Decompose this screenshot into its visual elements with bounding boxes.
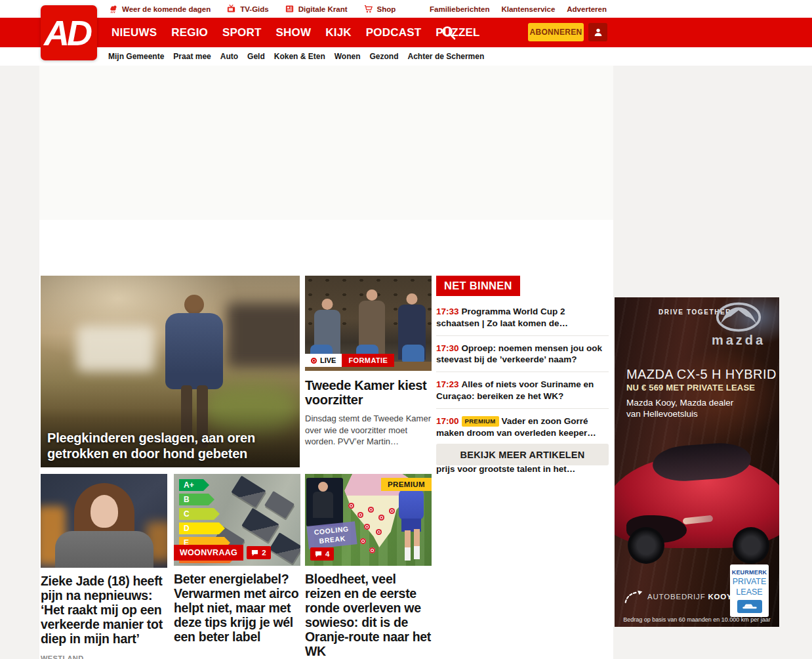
search-icon bbox=[441, 25, 457, 41]
figure-head bbox=[407, 293, 418, 305]
article-title: Zieke Jade (18) heeft pijn na nepnieuws:… bbox=[41, 574, 167, 646]
live-badge: LIVE bbox=[305, 354, 342, 367]
lease-label: LEASE bbox=[730, 588, 769, 597]
car-wheel bbox=[733, 527, 769, 564]
comment-count-badge: 2 bbox=[247, 546, 270, 559]
comment-icon bbox=[315, 551, 322, 558]
comment-icon bbox=[251, 549, 258, 557]
road-icon bbox=[624, 589, 643, 605]
more-articles-button[interactable]: BEKIJK MEER ARTIKELEN bbox=[436, 444, 609, 465]
map-marker bbox=[348, 503, 354, 509]
subnav-gezond[interactable]: Gezond bbox=[370, 52, 399, 61]
subnav-achter-de-schermen[interactable]: Achter de Schermen bbox=[408, 52, 485, 61]
map-marker bbox=[364, 524, 370, 530]
figure-head bbox=[367, 289, 378, 301]
profile-button[interactable] bbox=[588, 23, 607, 41]
subnav-geld[interactable]: Geld bbox=[247, 52, 265, 61]
item-time: 17:23 bbox=[436, 379, 459, 389]
digitale-krant-link[interactable]: Digitale Krant bbox=[285, 4, 348, 14]
net-binnen-item[interactable]: 17:00PREMIUMVader en zoon Gorré maken dr… bbox=[436, 409, 609, 446]
comment-count-badge: 4 bbox=[310, 547, 334, 561]
ad-logo[interactable]: AD bbox=[41, 5, 97, 60]
map-marker bbox=[357, 512, 363, 518]
wk-badge-row: 4 bbox=[310, 547, 334, 561]
empty-ad-slot bbox=[39, 66, 613, 220]
keurmerk-private-lease-badge: KEURMERK PRIVATE LEASE bbox=[730, 564, 769, 617]
jade-image bbox=[41, 474, 167, 568]
familieberichten-link[interactable]: Familieberichten bbox=[430, 5, 489, 13]
tv-gids-link-label: TV-Gids bbox=[240, 5, 268, 13]
car-icon bbox=[741, 603, 758, 610]
subscribe-button[interactable]: ABONNEREN bbox=[528, 23, 584, 41]
weather-link[interactable]: Weer de komende dagen bbox=[108, 4, 211, 14]
autobedrijf-kooy-logo: AUTOBEDRIJF KOOY bbox=[624, 589, 733, 605]
live-article-image: LIVE FORMATIE bbox=[305, 276, 432, 371]
shop-link[interactable]: Shop bbox=[363, 4, 396, 14]
formatie-badge: FORMATIE bbox=[342, 354, 394, 367]
dealer-line: Mazda Kooy, Mazda dealer bbox=[626, 398, 733, 409]
jade-sweater bbox=[55, 531, 153, 568]
subnav-koken-eten[interactable]: Koken & Eten bbox=[274, 52, 325, 61]
energielabel-badge-row: WOONVRAAG 2 bbox=[174, 545, 271, 561]
hero-title: Pleegkinderen geslagen, aan oren getrokk… bbox=[41, 408, 300, 467]
woonvraag-badge: WOONVRAAG bbox=[174, 545, 243, 561]
ad-model-name: MAZDA CX-5 H HYBRID bbox=[626, 367, 777, 382]
nav-item-sport[interactable]: SPORT bbox=[222, 26, 262, 39]
tv-gids-link[interactable]: TV-Gids bbox=[226, 4, 268, 14]
nav-item-show[interactable]: SHOW bbox=[276, 26, 312, 39]
ad-homepage: Weer de komende dagen TV-Gids Digitale K… bbox=[0, 0, 812, 659]
nav-item-regio[interactable]: REGIO bbox=[171, 26, 208, 39]
item-time: 17:33 bbox=[436, 307, 459, 316]
net-binnen-item[interactable]: 17:23Alles of niets voor Suriname en Cur… bbox=[436, 372, 609, 409]
mazda-advertisement[interactable]: DRIVE TOGETHER mazda MAZDA CX-5 H HYBRID… bbox=[615, 297, 779, 627]
tv-icon bbox=[226, 4, 236, 14]
energy-label-c: C bbox=[179, 508, 220, 520]
article-energielabel[interactable]: A+ B C D E F WOONVRAAG 2 Beter energiela… bbox=[174, 474, 300, 644]
subnav-auto[interactable]: Auto bbox=[220, 52, 238, 61]
hero-article[interactable]: Pleegkinderen geslagen, aan oren getrokk… bbox=[41, 276, 300, 467]
meta-links: Familieberichten Klantenservice Adverter… bbox=[430, 0, 607, 18]
map-marker bbox=[389, 508, 395, 514]
profile-icon bbox=[593, 27, 603, 37]
premium-badge: PREMIUM bbox=[381, 478, 432, 491]
sub-navbar: Mijn Gemeente Praat mee Auto Geld Koken … bbox=[0, 47, 812, 66]
hero-photo-barn bbox=[227, 303, 300, 368]
boy-hoodie bbox=[165, 313, 223, 389]
subnav-wonen[interactable]: Wonen bbox=[335, 52, 361, 61]
net-binnen-item[interactable]: 17:33Programma World Cup 2 schaatsen | Z… bbox=[436, 299, 609, 336]
nav-item-podcast[interactable]: PODCAST bbox=[366, 26, 422, 39]
search-button[interactable] bbox=[441, 25, 457, 41]
subnav-mijn-gemeente[interactable]: Mijn Gemeente bbox=[108, 52, 164, 61]
weather-icon bbox=[108, 4, 118, 14]
map-marker bbox=[368, 507, 374, 513]
newspaper-icon bbox=[285, 4, 294, 14]
energy-label-b: B bbox=[179, 494, 214, 505]
article-wk-route[interactable]: COOLING BREAK PREMIUM 4 Bloedheet, veel … bbox=[305, 474, 432, 658]
red-car-image bbox=[615, 434, 779, 565]
energy-label-a: A+ bbox=[179, 479, 209, 491]
top-utility-bar: Weer de komende dagen TV-Gids Digitale K… bbox=[0, 0, 812, 18]
adverteren-link[interactable]: Adverteren bbox=[567, 5, 607, 13]
nav-item-nieuws[interactable]: NIEUWS bbox=[112, 26, 157, 39]
live-article[interactable]: LIVE FORMATIE Tweede Kamer kiest voorzit… bbox=[305, 276, 432, 448]
kooy-logo-normal: AUTOBEDRIJF bbox=[647, 593, 705, 601]
map-marker bbox=[360, 538, 366, 544]
boy-head bbox=[184, 295, 204, 314]
mazda-logo: mazda bbox=[710, 301, 767, 348]
nav-item-kijk[interactable]: KIJK bbox=[325, 26, 352, 39]
item-title: Oproep: noemen mensen jou ook steevast b… bbox=[436, 343, 602, 365]
subnav-praat-mee[interactable]: Praat mee bbox=[173, 52, 211, 61]
live-article-excerpt: Dinsdag stemt de Tweede Kamer over wie d… bbox=[305, 413, 432, 448]
blue-chair bbox=[402, 345, 424, 362]
shop-link-label: Shop bbox=[377, 5, 396, 13]
premium-badge: PREMIUM bbox=[462, 416, 499, 427]
player-leg bbox=[405, 530, 411, 561]
klantenservice-link[interactable]: Klantenservice bbox=[501, 5, 555, 13]
hero-image: Pleegkinderen geslagen, aan oren getrokk… bbox=[41, 276, 300, 467]
net-binnen-item[interactable]: 17:30Oproep: noemen mensen jou ook steev… bbox=[436, 336, 609, 373]
map-marker bbox=[369, 547, 375, 553]
mazda-emblem-icon bbox=[714, 301, 763, 333]
live-dot-icon bbox=[311, 358, 317, 364]
article-category: WESTLAND bbox=[41, 654, 167, 659]
article-jade[interactable]: Zieke Jade (18) heeft pijn na nepnieuws:… bbox=[41, 474, 167, 659]
